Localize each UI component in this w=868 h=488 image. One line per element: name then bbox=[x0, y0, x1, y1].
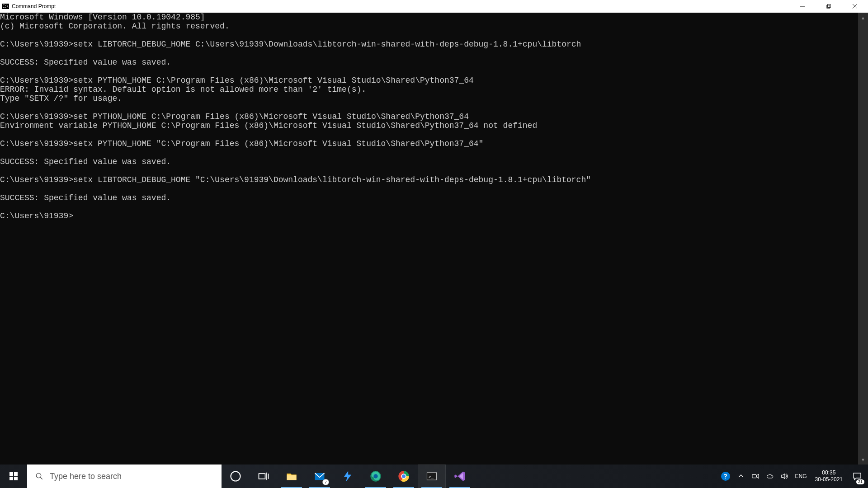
svg-rect-23 bbox=[752, 474, 756, 478]
folder-icon bbox=[285, 470, 298, 483]
windows-logo-icon bbox=[9, 472, 18, 480]
chevron-up-icon bbox=[737, 473, 745, 480]
titlebar-left: C:\ Command Prompt bbox=[2, 3, 56, 9]
scroll-down-icon[interactable]: ▼ bbox=[858, 455, 868, 465]
cmd-icon: C:\ bbox=[2, 4, 9, 9]
visual-studio-app[interactable] bbox=[446, 465, 474, 488]
svg-rect-1 bbox=[827, 5, 830, 9]
window-title: Command Prompt bbox=[12, 3, 56, 9]
svg-rect-2 bbox=[828, 5, 831, 8]
language-label: ENG bbox=[795, 473, 807, 479]
cloud-icon bbox=[766, 473, 774, 480]
scrollbar[interactable]: ▲ ▼ bbox=[858, 13, 868, 465]
system-tray: ? ENG 00:35 30-05-2021 21 bbox=[718, 465, 868, 488]
tray-expand-button[interactable] bbox=[735, 465, 747, 488]
speaker-icon bbox=[781, 473, 788, 480]
window-titlebar: C:\ Command Prompt bbox=[0, 0, 868, 13]
close-button[interactable] bbox=[842, 0, 868, 13]
task-view-icon bbox=[257, 470, 270, 483]
svg-marker-13 bbox=[344, 471, 351, 481]
command-prompt-app[interactable]: >_ bbox=[418, 465, 446, 488]
file-explorer-app[interactable] bbox=[278, 465, 306, 488]
svg-point-18 bbox=[402, 474, 406, 478]
language-indicator[interactable]: ENG bbox=[793, 465, 810, 488]
lightning-app[interactable] bbox=[334, 465, 362, 488]
minimize-button[interactable] bbox=[789, 0, 816, 13]
search-placeholder: Type here to search bbox=[50, 472, 122, 481]
notification-count: 21 bbox=[856, 479, 864, 484]
svg-point-5 bbox=[36, 473, 41, 478]
window-controls bbox=[789, 0, 868, 13]
terminal-output[interactable]: Microsoft Windows [Version 10.0.19042.98… bbox=[0, 13, 858, 465]
svg-line-6 bbox=[40, 477, 42, 479]
meet-now-button[interactable] bbox=[749, 465, 762, 488]
terminal-icon: >_ bbox=[425, 470, 438, 483]
search-input[interactable]: Type here to search bbox=[27, 465, 222, 488]
edge-icon bbox=[369, 470, 382, 483]
terminal-area: Microsoft Windows [Version 10.0.19042.98… bbox=[0, 13, 868, 465]
clock[interactable]: 00:35 30-05-2021 bbox=[811, 465, 846, 488]
mail-badge: 7 bbox=[322, 479, 329, 485]
camera-icon bbox=[752, 473, 759, 480]
action-center-button[interactable]: 21 bbox=[848, 465, 866, 488]
help-icon: ? bbox=[721, 472, 730, 481]
edge-app[interactable] bbox=[362, 465, 390, 488]
cortana-icon bbox=[229, 470, 242, 483]
help-button[interactable]: ? bbox=[718, 465, 733, 488]
onedrive-button[interactable] bbox=[764, 465, 776, 488]
svg-marker-24 bbox=[756, 474, 758, 479]
scroll-up-icon[interactable]: ▲ bbox=[858, 13, 868, 23]
svg-rect-11 bbox=[287, 475, 297, 480]
lightning-icon bbox=[341, 470, 354, 483]
visual-studio-icon bbox=[453, 470, 466, 483]
maximize-button[interactable] bbox=[816, 0, 842, 13]
clock-date: 30-05-2021 bbox=[815, 476, 843, 483]
svg-text:>_: >_ bbox=[429, 474, 434, 479]
cortana-button[interactable] bbox=[222, 465, 250, 488]
chrome-app[interactable] bbox=[390, 465, 418, 488]
volume-button[interactable] bbox=[778, 465, 791, 488]
chrome-icon bbox=[397, 470, 410, 483]
svg-point-7 bbox=[231, 472, 241, 481]
start-button[interactable] bbox=[0, 465, 27, 488]
taskbar-apps: 7 bbox=[222, 465, 474, 488]
task-view-button[interactable] bbox=[250, 465, 278, 488]
svg-rect-8 bbox=[259, 474, 265, 479]
svg-point-15 bbox=[373, 474, 377, 478]
taskbar: Type here to search 7 bbox=[0, 465, 868, 488]
search-icon bbox=[35, 472, 43, 480]
svg-marker-25 bbox=[781, 474, 784, 479]
mail-app[interactable]: 7 bbox=[306, 465, 334, 488]
clock-time: 00:35 bbox=[822, 469, 835, 476]
